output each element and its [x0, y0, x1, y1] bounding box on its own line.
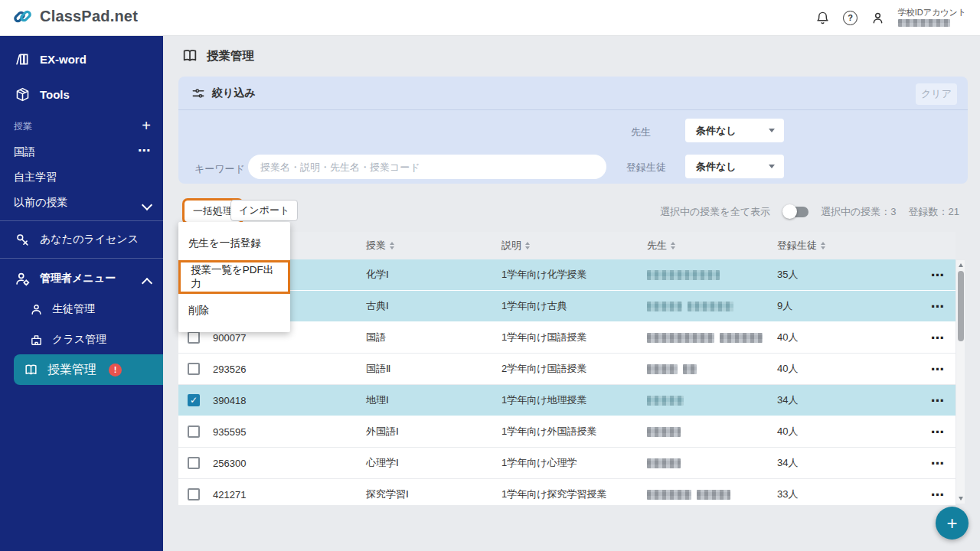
student-select-caret-icon — [769, 165, 775, 168]
keyword-input[interactable] — [248, 155, 606, 179]
admin-menu-chevron-up-icon[interactable] — [143, 276, 151, 290]
key-icon — [14, 233, 31, 247]
table-row[interactable]: 256300 心理学Ⅰ 1学年向け心理学 34人 ⋯ — [178, 448, 956, 479]
row-teacher-redacted — [647, 416, 681, 447]
lesson-book-icon — [23, 363, 38, 377]
sidebar-item-student-mgmt[interactable]: 生徒管理 — [0, 296, 163, 322]
account-name-redacted — [898, 19, 950, 27]
row-actions-menu-icon[interactable]: ⋯ — [931, 354, 945, 384]
row-checkbox[interactable] — [188, 363, 200, 375]
student-filter-value: 条件なし — [685, 160, 769, 174]
table-row[interactable]: 421271 探究学習Ⅰ 1学年向け探究学習授業 33人 ⋯ — [178, 479, 956, 505]
row-actions-menu-icon[interactable]: ⋯ — [931, 385, 945, 416]
row-student-count: 40人 — [777, 416, 798, 447]
notification-bell-icon[interactable] — [815, 10, 831, 25]
sort-icon[interactable] — [821, 242, 825, 249]
main-content: 授業管理 絞り込み クリア キーワード 先生 条件なし — [163, 35, 980, 551]
row-teacher-redacted — [647, 259, 720, 290]
brand-logo[interactable]: ClassPad.net — [12, 6, 138, 27]
account-type-label: 学校IDアカウント — [898, 8, 966, 17]
table-row[interactable]: ✓ 化学Ⅰ 1学年向け化学授業 35人 ⋯ — [178, 259, 956, 291]
menu-item-2[interactable]: 削除 — [178, 294, 290, 328]
menu-item-0[interactable]: 先生を一括登録 — [178, 227, 290, 260]
tools-cube-icon — [14, 86, 31, 103]
sidebar-item-lesson-mgmt-active[interactable]: 授業管理 ! — [14, 354, 163, 385]
sidebar-item-self-study[interactable]: 自主学習 — [0, 166, 163, 189]
row-class-name: 古典Ⅰ — [366, 291, 389, 321]
row-class-description: 1学年向け探究学習授業 — [501, 479, 607, 505]
student-filter-select[interactable]: 条件なし — [685, 155, 784, 178]
table-row[interactable]: ✓ 390418 地理Ⅰ 1学年向け地理授業 34人 ⋯ — [178, 385, 956, 416]
student-person-icon — [29, 303, 43, 316]
row-checkbox[interactable] — [188, 425, 200, 438]
row-class-description: 1学年向け心理学 — [501, 448, 577, 478]
row-checkbox[interactable]: ✓ — [188, 394, 200, 406]
row-teacher-redacted — [647, 322, 763, 353]
import-button[interactable]: インポート — [230, 200, 298, 221]
row-actions-menu-icon[interactable]: ⋯ — [931, 259, 945, 290]
row-checkbox[interactable] — [188, 488, 200, 500]
table-row[interactable]: ✓ 古典Ⅰ 1学年向け古典 9人 ⋯ — [178, 291, 956, 322]
help-icon[interactable]: ? — [843, 10, 858, 25]
sidebar-label-student-mgmt: 生徒管理 — [52, 302, 95, 316]
clear-filter-button[interactable]: クリア — [916, 83, 957, 105]
student-filter-label: 登録生徒 — [626, 161, 666, 174]
sidebar-label-tools: Tools — [40, 88, 70, 101]
sidebar-item-class-mgmt[interactable]: クラス管理 — [0, 327, 163, 353]
column-header-0[interactable]: 授業 — [366, 232, 394, 259]
row-student-count: 34人 — [777, 448, 798, 478]
row-actions-menu-icon[interactable]: ⋯ — [931, 479, 945, 505]
table-row[interactable]: 293526 国語Ⅱ 2学年向け国語授業 40人 ⋯ — [178, 354, 956, 385]
add-class-fab[interactable]: + — [936, 507, 969, 540]
sidebar-item-tools[interactable]: Tools — [0, 81, 163, 107]
table-scrollbar[interactable] — [956, 260, 965, 504]
row-student-count: 40人 — [777, 354, 798, 384]
sidebar-label-admin-menu: 管理者メニュー — [40, 272, 116, 285]
scroll-up-icon[interactable] — [959, 263, 963, 267]
kokugo-more-icon[interactable]: ⋯ — [138, 147, 151, 155]
row-class-code: 421271 — [213, 479, 246, 505]
row-actions-menu-icon[interactable]: ⋯ — [931, 291, 945, 321]
sidebar-item-admin-menu[interactable]: 管理者メニュー — [0, 266, 163, 292]
column-header-1[interactable]: 説明 — [501, 232, 530, 259]
sort-icon[interactable] — [671, 242, 675, 249]
scrollbar-thumb[interactable] — [958, 271, 964, 341]
table-header-row: 授業説明先生登録生徒 — [178, 232, 956, 259]
add-class-icon[interactable]: + — [142, 118, 151, 133]
row-class-description: 1学年向け古典 — [501, 291, 567, 321]
scroll-down-icon[interactable] — [959, 497, 963, 500]
alert-badge: ! — [109, 364, 122, 377]
class-table: 授業説明先生登録生徒 ✓ 化学Ⅰ 1学年向け化学授業 35人 ⋯ ✓ 古典Ⅰ 1… — [178, 232, 956, 505]
previous-classes-chevron-down-icon[interactable] — [143, 198, 151, 212]
table-row[interactable]: 900077 国語 1学年向け国語授業 40人 ⋯ — [178, 322, 956, 354]
teacher-filter-label: 先生 — [631, 126, 651, 139]
row-class-name: 外国語Ⅰ — [366, 416, 399, 447]
row-class-description: 1学年向け化学授業 — [501, 259, 587, 290]
row-student-count: 34人 — [777, 385, 798, 416]
row-checkbox[interactable] — [188, 457, 200, 469]
table-row[interactable]: 935595 外国語Ⅰ 1学年向け外国語授業 40人 ⋯ — [178, 416, 956, 448]
show-selected-toggle[interactable] — [782, 205, 808, 219]
row-student-count: 9人 — [777, 291, 792, 321]
sort-icon[interactable] — [390, 242, 394, 249]
row-actions-menu-icon[interactable]: ⋯ — [931, 448, 945, 478]
row-actions-menu-icon[interactable]: ⋯ — [931, 322, 945, 353]
admin-person-gear-icon — [14, 271, 31, 287]
sidebar-item-previous-classes[interactable]: 以前の授業 — [0, 191, 163, 214]
row-class-code: 293526 — [213, 354, 246, 384]
sidebar-item-ex-word[interactable]: EX-word — [0, 46, 163, 72]
row-actions-menu-icon[interactable]: ⋯ — [931, 416, 945, 447]
menu-item-1[interactable]: 授業一覧をPDF出力 — [178, 260, 290, 294]
account-info[interactable]: 学校IDアカウント — [898, 8, 972, 27]
sidebar-label-kokugo: 国語 — [6, 145, 35, 159]
column-header-3[interactable]: 登録生徒 — [777, 232, 825, 259]
sidebar-item-license[interactable]: あなたのライセンス — [0, 227, 163, 253]
page-book-icon — [181, 47, 198, 64]
sort-icon[interactable] — [525, 242, 530, 249]
column-header-2[interactable]: 先生 — [647, 232, 675, 259]
row-checkbox[interactable] — [188, 331, 200, 344]
teacher-filter-select[interactable]: 条件なし — [685, 119, 784, 142]
row-class-name: 探究学習Ⅰ — [366, 479, 409, 505]
account-person-icon[interactable] — [871, 10, 886, 25]
sidebar-label-lesson-mgmt: 授業管理 — [47, 362, 96, 378]
